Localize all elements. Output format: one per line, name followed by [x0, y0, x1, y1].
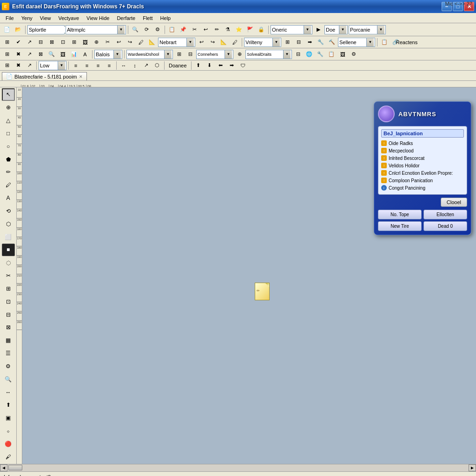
tb2-b10[interactable]: ✂ — [102, 37, 112, 47]
tb1-open[interactable]: 📂 — [13, 25, 23, 35]
sellene-input[interactable] — [338, 40, 366, 45]
tb2-b3[interactable]: ↗ — [24, 37, 34, 47]
tb2-b6[interactable]: ⊡ — [58, 37, 68, 47]
tb2-b1[interactable]: ⊞ — [2, 37, 12, 47]
tool-polygon[interactable]: ⬟ — [2, 153, 15, 165]
tb2-b7[interactable]: ⊞ — [69, 37, 79, 47]
tool-arrow-up[interactable]: ⬆ — [2, 399, 15, 411]
tool-grid1[interactable]: ⊞ — [2, 283, 15, 295]
tb3-b11[interactable]: ⊕ — [234, 49, 245, 60]
oneric-input[interactable] — [271, 27, 304, 33]
tb2-b5[interactable]: ⊠ — [46, 37, 57, 47]
nebrart-input[interactable] — [159, 40, 186, 45]
tb4-align1[interactable]: ≡ — [71, 60, 81, 71]
tb4-shield[interactable]: 🛡 — [238, 60, 248, 71]
tool-warning[interactable]: 🔴 — [2, 437, 15, 450]
tb3-b13[interactable]: 🌐 — [304, 49, 314, 60]
main-tab[interactable]: 📄 Blastrecfarie - 5.f181 pooim ✕ — [2, 72, 87, 80]
nebrart-arrow[interactable]: ▼ — [186, 38, 194, 46]
tb4-b1[interactable]: ⊞ — [2, 60, 12, 71]
altrmplc-arrow[interactable]: ▼ — [117, 26, 125, 34]
tb2-b23[interactable]: 🔨 — [327, 37, 337, 47]
connehers-input[interactable] — [197, 52, 225, 57]
tool-pencil[interactable]: ✏ — [2, 166, 15, 178]
tb1-undo[interactable]: ↩ — [200, 25, 211, 35]
altrmplc-combo[interactable]: ▼ — [66, 25, 126, 34]
porcanie-input[interactable] — [349, 27, 377, 33]
low-input[interactable] — [39, 63, 58, 68]
tool-hex[interactable]: ⬡ — [2, 218, 15, 230]
tb3-b4[interactable]: ⊠ — [35, 49, 46, 60]
tb2-b20[interactable]: ⊟ — [293, 37, 304, 47]
tb3-b2[interactable]: ✖ — [13, 49, 23, 60]
tb4-b9[interactable]: ⬇ — [205, 60, 215, 71]
tool-block[interactable]: ▣ — [2, 412, 15, 424]
wardwesi-arrow[interactable]: ▼ — [164, 50, 172, 59]
tb1-flag[interactable]: 🚩 — [245, 25, 255, 35]
low-combo[interactable]: ▼ — [39, 61, 66, 70]
tb4-align2[interactable]: ≡ — [82, 60, 92, 71]
tb4-b4[interactable]: ↔ — [119, 60, 129, 71]
tb2-b9[interactable]: ⊕ — [91, 37, 101, 47]
tb3-b10[interactable]: ⊟ — [185, 49, 195, 60]
tb2-b18[interactable]: 🖊 — [230, 37, 240, 47]
tool-lines[interactable]: ☰ — [2, 347, 15, 360]
tool-fill[interactable]: ■ — [2, 244, 15, 256]
sellene-combo[interactable]: ▼ — [338, 38, 375, 47]
tb4-b8[interactable]: ⬆ — [193, 60, 204, 71]
tool-select[interactable]: ↖ — [2, 88, 15, 101]
canvas-area[interactable]: ✏ ABVTNMRS BeJ_lapnication ! Oide Radks … — [22, 87, 476, 464]
tb4-b10[interactable]: ⬅ — [216, 60, 226, 71]
tb2-b22[interactable]: 🔧 — [316, 37, 326, 47]
menu-derfarte[interactable]: Derfarte — [113, 14, 139, 22]
balois-arrow[interactable]: ▼ — [113, 50, 121, 59]
oneric-combo[interactable]: ▼ — [271, 25, 312, 34]
tb1-search[interactable]: 🔍 — [130, 25, 140, 35]
sellene-arrow[interactable]: ▼ — [366, 38, 374, 46]
tb2-b17[interactable]: 📐 — [218, 37, 229, 47]
tb3-b15[interactable]: 📋 — [326, 49, 337, 60]
nebrart-combo[interactable]: ▼ — [158, 38, 195, 47]
tool-rotate[interactable]: ⟲ — [2, 205, 15, 218]
balois-input[interactable] — [95, 52, 113, 57]
tb4-align4[interactable]: ≡ — [104, 60, 114, 71]
tb2-b15[interactable]: ↩ — [196, 37, 206, 47]
tb2-reactens[interactable]: Reactens — [402, 37, 412, 47]
tb3-b14[interactable]: 🔧 — [315, 49, 325, 60]
tool-ellipse[interactable]: ◌ — [2, 257, 15, 269]
doe-input[interactable] — [325, 27, 339, 33]
tool-arrow-h[interactable]: ↔ — [2, 386, 15, 398]
tb1-star[interactable]: ⭐ — [234, 25, 244, 35]
tool-zoom[interactable]: ⊕ — [2, 101, 15, 114]
tb3-b8[interactable]: A — [80, 49, 90, 60]
tb1-refresh[interactable]: ⟳ — [141, 25, 152, 35]
tb4-b6[interactable]: ↗ — [141, 60, 151, 71]
tb1-filter[interactable]: ⚗ — [223, 25, 233, 35]
tb4-doanee[interactable]: Doanee — [166, 60, 189, 71]
tb2-b4[interactable]: ⊟ — [35, 37, 46, 47]
menu-vectyave[interactable]: Vectyave — [54, 14, 83, 22]
tb1-lock[interactable]: 🔒 — [256, 25, 266, 35]
vrilteny-combo[interactable]: ▼ — [244, 38, 281, 47]
tb2-b11[interactable]: ↩ — [113, 37, 124, 47]
tb3-b9[interactable]: ⊞ — [174, 49, 184, 60]
document-icon[interactable]: ✏ — [255, 283, 271, 302]
tb3-b3[interactable]: ↗ — [24, 49, 34, 60]
balois-combo[interactable]: ▼ — [94, 50, 122, 59]
tb2-b13[interactable]: 🖊 — [136, 37, 146, 47]
porcanie-arrow[interactable]: ▼ — [377, 26, 384, 34]
tb3-b16[interactable]: 🖼 — [337, 49, 348, 60]
connehers-combo[interactable]: ▼ — [196, 50, 233, 59]
wardwesi-input[interactable] — [127, 52, 164, 57]
tool-rect[interactable]: □ — [2, 127, 15, 140]
altrmplc-input[interactable] — [66, 27, 117, 33]
scroll-track[interactable] — [7, 464, 469, 471]
tb3-b5[interactable]: 🔍 — [46, 49, 57, 60]
tb4-b7[interactable]: ⬡ — [152, 60, 162, 71]
scroll-left[interactable]: ◀ — [0, 464, 7, 471]
tb3-b12[interactable]: ⊟ — [293, 49, 303, 60]
low-arrow[interactable]: ▼ — [58, 61, 65, 70]
tool-rect2[interactable]: ⬜ — [2, 231, 15, 243]
tb3-b17[interactable]: ⚙ — [349, 49, 359, 60]
tool-cut[interactable]: ✂ — [2, 270, 15, 282]
